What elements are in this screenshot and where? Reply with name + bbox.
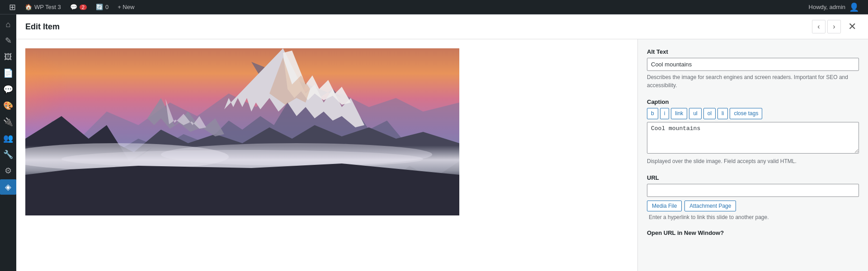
slide-image	[25, 48, 459, 215]
house-icon: 🏠	[25, 4, 32, 10]
caption-toolbar: b i link ul ol li close tags	[647, 108, 859, 119]
dialog-title: Edit Item	[25, 22, 812, 32]
svg-marker-15	[165, 99, 206, 129]
updates-item[interactable]: 🔄 0	[91, 0, 113, 14]
url-section: URL Media File Attachment Page Enter a h…	[647, 174, 859, 220]
new-label: + New	[118, 4, 134, 10]
caption-ul-btn[interactable]: ul	[689, 108, 701, 119]
sidebar-icon-comments[interactable]: 💬	[0, 82, 16, 97]
content-area: Edit Item ‹ › ✕	[16, 14, 868, 271]
site-name-item[interactable]: 🏠 WP Test 3	[20, 0, 66, 14]
svg-marker-2	[25, 89, 459, 166]
right-panel: Alt Text Describes the image for search …	[637, 39, 868, 271]
svg-point-11	[161, 143, 432, 166]
comment-icon: 💬	[70, 4, 77, 10]
image-panel	[16, 39, 637, 271]
url-button-row: Media File Attachment Page Enter a hyper…	[647, 201, 859, 220]
sidebar-icon-users[interactable]: 👥	[0, 131, 16, 146]
avatar-icon: 👤	[849, 2, 859, 12]
alt-text-label: Alt Text	[647, 48, 859, 55]
url-hint: Enter a hyperlink to link this slide to …	[649, 214, 769, 220]
howdy-text: Howdy, admin	[809, 4, 845, 10]
svg-point-12	[61, 150, 423, 168]
dialog-body: Alt Text Describes the image for search …	[16, 39, 868, 271]
attachment-page-button[interactable]: Attachment Page	[684, 201, 736, 211]
comment-count: 2	[80, 5, 87, 10]
caption-section: Caption b i link ul ol li close tags Coo…	[647, 98, 859, 165]
caption-close-tags-btn[interactable]: close tags	[730, 108, 762, 119]
sidebar-icon-pages[interactable]: 📄	[0, 65, 16, 81]
caption-link-btn[interactable]: link	[671, 108, 687, 119]
sidebar-icon-tools[interactable]: 🔧	[0, 147, 16, 162]
close-dialog-button[interactable]: ✕	[845, 20, 859, 33]
site-name: WP Test 3	[34, 4, 61, 10]
admin-bar-right: Howdy, admin 👤	[809, 2, 863, 12]
mountain-svg	[25, 48, 459, 215]
main-layout: ⌂ ✎ 🖼 📄 💬 🎨 🔌 👥 🔧 ⚙ ◈ Edit Item ‹ › ✕	[0, 14, 868, 271]
updates-icon: 🔄	[96, 4, 103, 10]
dialog-header: Edit Item ‹ › ✕	[16, 14, 868, 39]
updates-count: 0	[105, 4, 108, 10]
caption-textarea[interactable]: Cool mountains	[647, 122, 859, 154]
caption-label: Caption	[647, 98, 859, 105]
dialog-navigation: ‹ › ✕	[812, 20, 859, 33]
caption-li-btn[interactable]: li	[717, 108, 728, 119]
media-file-button[interactable]: Media File	[647, 201, 682, 211]
caption-italic-btn[interactable]: i	[660, 108, 670, 119]
open-url-label: Open URL in New Window?	[647, 229, 859, 236]
sidebar-icon-dashboard[interactable]: ⌂	[0, 17, 16, 32]
svg-point-10	[25, 143, 229, 170]
new-content-item[interactable]: + New	[113, 0, 139, 14]
wp-logo-item[interactable]: ⊞	[5, 0, 20, 14]
sidebar-icon-appearance[interactable]: 🎨	[0, 98, 16, 113]
wp-logo-icon: ⊞	[9, 2, 16, 12]
sidebar-icon-media[interactable]: 🖼	[0, 49, 16, 65]
next-item-button[interactable]: ›	[827, 20, 841, 33]
caption-ol-btn[interactable]: ol	[703, 108, 716, 119]
edit-item-dialog: Edit Item ‹ › ✕	[16, 14, 868, 271]
alt-text-input[interactable]	[647, 58, 859, 71]
url-input[interactable]	[647, 184, 859, 197]
admin-bar: ⊞ 🏠 WP Test 3 💬 2 🔄 0 + New Howdy, admin…	[0, 0, 868, 14]
sidebar: ⌂ ✎ 🖼 📄 💬 🎨 🔌 👥 🔧 ⚙ ◈	[0, 14, 16, 271]
sidebar-icon-plugins[interactable]: 🔌	[0, 114, 16, 130]
alt-text-description: Describes the image for search engines a…	[647, 73, 859, 89]
sidebar-icon-slider[interactable]: ◈	[0, 179, 16, 195]
svg-point-1	[25, 48, 204, 175]
sidebar-icon-posts[interactable]: ✎	[0, 33, 16, 48]
sidebar-icon-settings[interactable]: ⚙	[0, 163, 16, 178]
alt-text-section: Alt Text Describes the image for search …	[647, 48, 859, 89]
caption-bold-btn[interactable]: b	[647, 108, 658, 119]
prev-item-button[interactable]: ‹	[812, 20, 826, 33]
url-label: URL	[647, 174, 859, 181]
open-url-section: Open URL in New Window?	[647, 229, 859, 236]
caption-description: Displayed over the slide image. Field ac…	[647, 157, 859, 165]
svg-marker-14	[147, 98, 224, 136]
admin-bar-left: ⊞ 🏠 WP Test 3 💬 2 🔄 0 + New	[5, 0, 809, 14]
svg-marker-13	[25, 164, 459, 215]
comments-item[interactable]: 💬 2	[66, 0, 91, 14]
